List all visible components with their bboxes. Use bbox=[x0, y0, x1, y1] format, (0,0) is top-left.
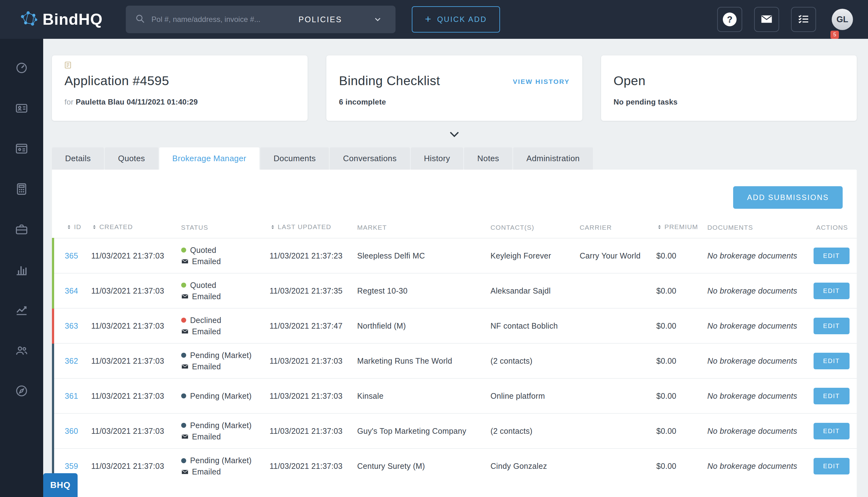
collapse-cards-button[interactable] bbox=[448, 130, 460, 140]
last-updated-cell: 11/03/2021 21:37:35 bbox=[270, 273, 357, 308]
gauge-icon bbox=[15, 61, 28, 76]
column-header-documents: DOCUMENTS bbox=[708, 223, 813, 238]
quick-add-button[interactable]: + QUICK ADD bbox=[412, 6, 500, 32]
column-header-actions: ACTIONS bbox=[813, 223, 857, 238]
chevron-down-icon[interactable] bbox=[373, 15, 382, 24]
edit-button[interactable]: EDIT bbox=[813, 247, 850, 264]
view-history-link[interactable]: VIEW HISTORY bbox=[513, 78, 570, 85]
tab-brokerage-manager[interactable]: Brokerage Manager bbox=[159, 147, 260, 170]
sidebar bbox=[0, 39, 43, 497]
column-label: MARKET bbox=[357, 224, 387, 231]
sidebar-item-accounting[interactable] bbox=[0, 169, 43, 210]
bhq-launcher[interactable]: BHQ bbox=[43, 473, 77, 497]
help-button[interactable]: ? bbox=[717, 7, 742, 32]
search-scope-dropdown[interactable]: POLICIES bbox=[299, 15, 342, 24]
edit-button[interactable]: EDIT bbox=[813, 318, 850, 334]
market-cell: Northfield (M) bbox=[357, 308, 491, 343]
premium-cell: $0.00 bbox=[656, 238, 708, 273]
status-label: Quoted bbox=[190, 246, 217, 255]
status-dot bbox=[181, 394, 186, 398]
submission-id-link[interactable]: 360 bbox=[65, 427, 78, 435]
submissions-tbody: 36511/03/2021 21:37:03QuotedEmailed11/03… bbox=[53, 238, 857, 484]
documents-cell: No brokerage documents bbox=[708, 343, 813, 379]
contacts-cell: Online platform bbox=[491, 379, 580, 413]
sidebar-item-analytics[interactable] bbox=[0, 290, 43, 331]
status-dot bbox=[181, 353, 186, 358]
envelope-icon bbox=[181, 328, 189, 335]
sidebar-item-contacts[interactable] bbox=[0, 88, 43, 129]
table-row: 36011/03/2021 21:37:03Pending (Market)Em… bbox=[53, 413, 857, 449]
sort-icon bbox=[66, 224, 72, 231]
column-header-id[interactable]: ID bbox=[53, 223, 91, 238]
edit-button[interactable]: EDIT bbox=[813, 388, 850, 404]
status-label: Pending (Market) bbox=[190, 456, 252, 465]
column-label: DOCUMENTS bbox=[708, 224, 753, 231]
tab-notes[interactable]: Notes bbox=[464, 147, 512, 170]
column-header-status: STATUS bbox=[181, 223, 270, 238]
edit-button[interactable]: EDIT bbox=[813, 283, 850, 299]
documents-cell: No brokerage documents bbox=[708, 449, 813, 484]
application-icon bbox=[64, 61, 72, 70]
last-updated-cell: 11/03/2021 21:37:03 bbox=[270, 343, 357, 379]
tab-documents[interactable]: Documents bbox=[260, 147, 329, 170]
tab-details[interactable]: Details bbox=[52, 147, 104, 170]
column-header-last_updated[interactable]: LAST UPDATED bbox=[270, 223, 357, 238]
carrier-cell bbox=[580, 379, 656, 413]
tab-conversations[interactable]: Conversations bbox=[330, 147, 409, 170]
tab-list: DetailsQuotesBrokerage ManagerDocumentsC… bbox=[52, 147, 857, 170]
notification-badge[interactable]: 5 bbox=[830, 31, 839, 39]
search-input[interactable] bbox=[151, 15, 299, 24]
sidebar-item-explore[interactable] bbox=[0, 371, 43, 412]
tasks-button[interactable] bbox=[791, 7, 816, 32]
brokerage-manager-panel: ADD SUBMISSIONS IDCREATEDSTATUSLAST UPDA… bbox=[52, 170, 857, 497]
submission-id-link[interactable]: 365 bbox=[65, 251, 78, 260]
premium-cell: $0.00 bbox=[656, 343, 708, 379]
column-header-created[interactable]: CREATED bbox=[91, 223, 181, 238]
submission-id-link[interactable]: 359 bbox=[65, 462, 78, 470]
sort-icon bbox=[91, 224, 97, 231]
bar-chart-icon bbox=[15, 263, 28, 278]
emailed-label: Emailed bbox=[192, 432, 221, 441]
tab-quotes[interactable]: Quotes bbox=[105, 147, 158, 170]
column-label: CARRIER bbox=[580, 224, 612, 231]
emailed-label: Emailed bbox=[192, 327, 221, 336]
tab-administration[interactable]: Administration bbox=[513, 147, 593, 170]
tasks-status-text: No pending tasks bbox=[613, 98, 678, 106]
sidebar-item-insureds[interactable] bbox=[0, 129, 43, 169]
compass-icon bbox=[15, 384, 28, 399]
avatar[interactable]: GL bbox=[832, 9, 853, 30]
premium-cell: $0.00 bbox=[656, 449, 708, 484]
market-cell: Marketing Runs The World bbox=[357, 343, 491, 379]
application-subtitle-prefix: for bbox=[64, 98, 74, 106]
help-icon: ? bbox=[723, 13, 737, 26]
edit-button[interactable]: EDIT bbox=[813, 423, 850, 439]
sidebar-item-dashboard[interactable] bbox=[0, 48, 43, 88]
tasks-subtitle: No pending tasks bbox=[613, 98, 844, 106]
edit-button[interactable]: EDIT bbox=[813, 458, 850, 474]
brand-logo[interactable]: BindHQ bbox=[19, 10, 103, 28]
add-submissions-button[interactable]: ADD SUBMISSIONS bbox=[733, 186, 843, 209]
last-updated-cell: 11/03/2021 21:37:47 bbox=[270, 308, 357, 343]
plus-icon: + bbox=[425, 13, 432, 25]
sidebar-item-reports[interactable] bbox=[0, 250, 43, 290]
submission-id-link[interactable]: 362 bbox=[65, 356, 78, 365]
status-cell: Pending (Market)Emailed bbox=[181, 449, 270, 484]
documents-cell: No brokerage documents bbox=[708, 379, 813, 413]
submissions-table: IDCREATEDSTATUSLAST UPDATEDMARKETCONTACT… bbox=[52, 223, 857, 484]
column-header-premium[interactable]: PREMIUM bbox=[656, 223, 708, 238]
column-label: CREATED bbox=[100, 223, 133, 230]
quick-add-label: QUICK ADD bbox=[437, 15, 487, 24]
table-header-row: IDCREATEDSTATUSLAST UPDATEDMARKETCONTACT… bbox=[53, 223, 857, 238]
submission-id-link[interactable]: 361 bbox=[65, 392, 78, 400]
tab-history[interactable]: History bbox=[411, 147, 463, 170]
submission-id-link[interactable]: 363 bbox=[65, 322, 78, 330]
created-cell: 11/03/2021 21:37:03 bbox=[91, 238, 181, 273]
sidebar-item-teams[interactable] bbox=[0, 331, 43, 371]
carrier-cell bbox=[580, 308, 656, 343]
status-dot bbox=[181, 318, 186, 323]
messages-button[interactable] bbox=[754, 7, 779, 32]
edit-button[interactable]: EDIT bbox=[813, 353, 850, 369]
search-icon bbox=[135, 14, 145, 25]
submission-id-link[interactable]: 364 bbox=[65, 286, 78, 295]
sidebar-item-policies[interactable] bbox=[0, 210, 43, 250]
